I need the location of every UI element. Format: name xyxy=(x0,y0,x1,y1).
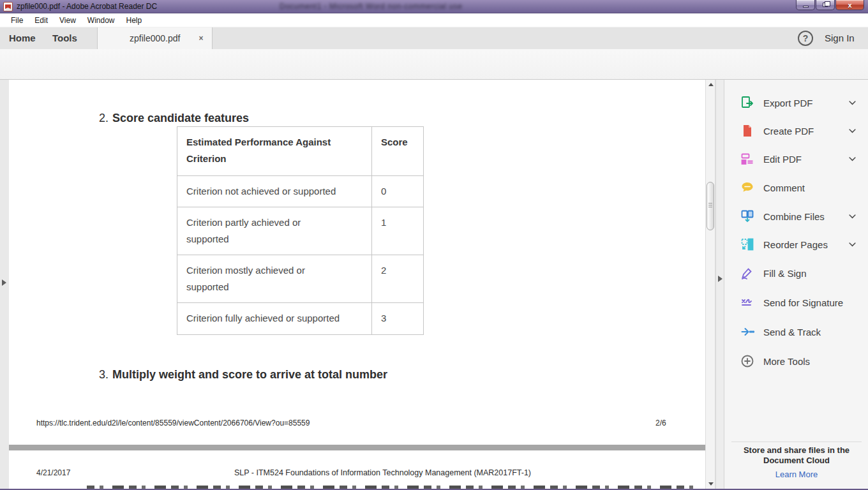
criterion-cell: Criterion fully achieved or supported xyxy=(177,303,372,335)
combine-files-icon xyxy=(740,209,755,224)
thumb-grip-icon xyxy=(708,203,712,204)
window-title: zpfile000.pdf - Adobe Acrobat Reader DC xyxy=(17,2,157,11)
sidebar-item-send-track[interactable]: Send & Track xyxy=(724,322,868,341)
menu-item-file[interactable]: File xyxy=(5,15,29,26)
document-toolbar: / 6 116% xyxy=(0,49,868,80)
restore-icon xyxy=(823,3,828,7)
scroll-down-button[interactable] xyxy=(708,482,714,486)
close-button[interactable]: x xyxy=(835,0,864,10)
score-cell: 3 xyxy=(372,303,424,335)
table-row: Criterion mostly achieved or supported 2 xyxy=(177,255,424,303)
score-cell: 1 xyxy=(372,207,424,255)
scroll-thumb[interactable] xyxy=(707,182,714,230)
section-number: 2. xyxy=(99,112,108,124)
vertical-scrollbar[interactable] xyxy=(705,80,715,489)
acrobat-app-icon xyxy=(3,2,13,11)
table-row: Criterion partly achieved or supported 1 xyxy=(177,207,424,255)
scroll-up-button[interactable] xyxy=(708,83,714,86)
content-area: 2.Score candidate features Estimated Per… xyxy=(0,80,868,489)
tools-panel: Export PDF Create PDF Edit PDF Comment C… xyxy=(724,80,868,489)
document-tab-label: zpfile000.pdf xyxy=(130,27,180,49)
sidebar-item-combine-files[interactable]: Combine Files xyxy=(724,207,868,226)
navigation-pane-strip xyxy=(0,80,9,489)
next-page-course-header: SLP - ITM524 Foundations of Information … xyxy=(60,468,705,477)
sidebar-item-reorder-pages[interactable]: Reorder Pages xyxy=(724,235,868,254)
tab-tools[interactable]: Tools xyxy=(52,27,77,49)
criterion-cell: Criterion mostly achieved or supported xyxy=(177,255,372,303)
sign-in-button[interactable]: Sign In xyxy=(825,27,855,49)
close-icon: x xyxy=(848,1,851,10)
learn-more-link[interactable]: Learn More xyxy=(724,470,868,479)
sidebar-item-send-for-signature[interactable]: Send for Signature xyxy=(724,293,868,312)
sidebar-item-more-tools[interactable]: More Tools xyxy=(724,352,868,371)
criterion-cell: Criterion not achieved or supported xyxy=(177,176,372,207)
menu-bar: File Edit View Window Help xyxy=(0,13,868,27)
chevron-down-icon[interactable] xyxy=(848,240,857,249)
section-number: 3. xyxy=(99,368,108,381)
tools-pane-toggle[interactable] xyxy=(718,276,722,282)
edit-pdf-icon xyxy=(740,151,755,167)
score-header-cell: Score xyxy=(372,127,424,176)
tools-pane-strip xyxy=(715,80,724,489)
sidebar-item-create-pdf[interactable]: Create PDF xyxy=(724,121,868,140)
more-tools-icon xyxy=(740,353,755,369)
criterion-cell: Criterion partly achieved or supported xyxy=(177,207,372,255)
tab-bar: Home Tools zpfile000.pdf × ? Sign In xyxy=(0,27,868,49)
section-heading-2: 2.Score candidate features xyxy=(99,112,249,125)
menu-item-window[interactable]: Window xyxy=(82,15,121,26)
minimize-icon xyxy=(803,6,809,8)
criterion-header-cell: Estimated Performance Against Criterion xyxy=(177,127,372,176)
table-row: Criterion fully achieved or supported 3 xyxy=(177,303,424,335)
acrobat-reader-window: zpfile000.pdf - Adobe Acrobat Reader DC … xyxy=(0,0,868,490)
comment-icon xyxy=(740,180,755,195)
window-title-bar: zpfile000.pdf - Adobe Acrobat Reader DC … xyxy=(0,0,868,13)
menu-item-edit[interactable]: Edit xyxy=(29,15,54,26)
section-title: Multiply weight and score to arrive at t… xyxy=(112,368,387,381)
send-and-track-icon xyxy=(740,324,755,339)
tab-document[interactable]: zpfile000.pdf × xyxy=(97,27,213,49)
page-break-bar xyxy=(9,445,705,450)
score-cell: 0 xyxy=(372,176,424,207)
chevron-down-icon[interactable] xyxy=(848,126,857,136)
close-tab-icon[interactable]: × xyxy=(197,34,206,43)
section-title: Score candidate features xyxy=(112,112,249,124)
maximize-button[interactable] xyxy=(816,0,835,10)
score-table: Estimated Performance Against Criterion … xyxy=(177,126,424,335)
sidebar-item-comment[interactable]: Comment xyxy=(724,178,868,197)
help-icon[interactable]: ? xyxy=(798,31,813,46)
table-row: Criterion not achieved or supported 0 xyxy=(177,176,424,207)
chevron-down-icon[interactable] xyxy=(848,212,857,221)
page-footer-number: 2/6 xyxy=(655,419,666,427)
section-heading-3: 3.Multiply weight and score to arrive at… xyxy=(99,368,387,382)
export-pdf-icon xyxy=(740,95,755,110)
sidebar-item-edit-pdf[interactable]: Edit PDF xyxy=(724,149,868,168)
table-header-row: Estimated Performance Against Criterion … xyxy=(177,127,424,176)
score-cell: 2 xyxy=(372,255,424,303)
menu-item-help[interactable]: Help xyxy=(121,15,148,26)
sidebar-item-export-pdf[interactable]: Export PDF xyxy=(724,93,868,112)
menu-item-view[interactable]: View xyxy=(54,15,82,26)
background-window-title: Document1 - Microsoft Word non-commercia… xyxy=(280,2,462,11)
chevron-down-icon[interactable] xyxy=(848,98,857,108)
chevron-down-icon[interactable] xyxy=(848,154,857,164)
minimize-button[interactable] xyxy=(796,0,815,10)
page-footer-url: https://tlc.trident.edu/d2l/le/content/8… xyxy=(36,419,310,427)
reorder-pages-icon xyxy=(740,237,755,252)
fill-sign-icon xyxy=(740,265,755,281)
pdf-page: 2.Score candidate features Estimated Per… xyxy=(9,80,705,489)
nav-pane-toggle[interactable] xyxy=(2,279,6,286)
tab-home[interactable]: Home xyxy=(9,27,36,49)
send-for-signature-icon xyxy=(740,295,755,310)
create-pdf-icon xyxy=(740,123,755,138)
document-cloud-promo: Store and share files in the Document Cl… xyxy=(724,445,868,466)
sidebar-item-fill-sign[interactable]: Fill & Sign xyxy=(724,264,868,283)
panel-divider xyxy=(731,442,862,442)
